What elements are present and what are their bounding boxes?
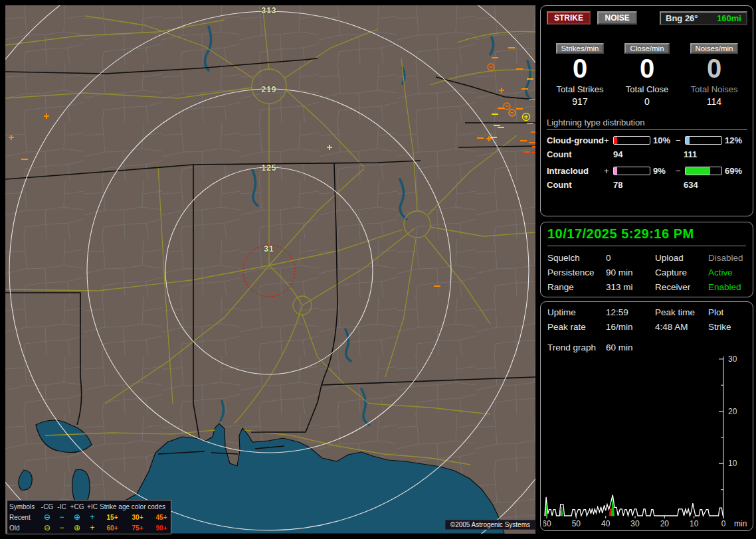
- cg-positive-bar: [613, 136, 650, 145]
- x-tick-label: 50: [572, 519, 581, 528]
- rate-columns: Strikes/min 0 Total Strikes 917 Close/mi…: [547, 42, 747, 107]
- old-pos-cg-icon: ⊕: [69, 524, 85, 531]
- cloud-ground-label: Cloud-ground: [547, 135, 604, 145]
- recent-pos-cg-icon: ⊕: [69, 514, 85, 520]
- symbols-legend: Symbols -CG -IC +CG +IC Strike age color…: [7, 500, 171, 534]
- age-45: 45+: [150, 514, 173, 521]
- ring-label-125: 125: [261, 163, 276, 173]
- upload-label: Upload: [655, 253, 708, 263]
- cg-negative-count: 111: [684, 149, 747, 159]
- uptime-grid: Uptime 12:59 Peak time Plot Peak rate 16…: [547, 307, 746, 332]
- ic-positive-pct: 9%: [650, 166, 676, 176]
- squelch-label: Squelch: [547, 253, 606, 263]
- cloud-ground-count-row: Count 94 111: [547, 149, 747, 159]
- strike-mode-button[interactable]: STRIKE: [547, 11, 591, 25]
- persistence-label: Persistence: [547, 268, 606, 277]
- y-tick-label: 10: [728, 459, 737, 468]
- capture-label: Capture: [655, 268, 708, 277]
- legend-row-old-label: Old: [9, 524, 40, 532]
- noise-mode-button[interactable]: NOISE: [597, 11, 636, 25]
- lightning-map[interactable]: 313 219 125 31 Symbols -CG -IC +CG +IC S…: [5, 5, 535, 534]
- strikes-per-min-column: Strikes/min 0 Total Strikes 917: [547, 42, 613, 107]
- legend-symbols-title: Symbols: [9, 503, 40, 510]
- series-ic-rate: [561, 507, 563, 516]
- noises-per-min-column: Noises/min 0 Total Noises 114: [681, 42, 747, 107]
- noises-per-min-value: 0: [681, 55, 747, 82]
- ic-negative-count: 634: [684, 180, 747, 190]
- series-strike-rate: [545, 495, 723, 516]
- recent-neg-ic-icon: −: [54, 514, 69, 520]
- ring-label-219: 219: [261, 85, 276, 94]
- ic-negative-pct: 69%: [722, 166, 747, 176]
- recent-pos-ic-icon: +: [85, 514, 100, 520]
- cg-negative-pct: 12%: [722, 135, 747, 145]
- count-label: Count: [547, 180, 613, 190]
- legend-col-neg-ic: -IC: [54, 503, 69, 510]
- total-strikes-value: 917: [547, 96, 613, 107]
- strikes-per-min-button[interactable]: Strikes/min: [556, 43, 605, 54]
- intracloud-count-row: Count 78 634: [547, 180, 747, 190]
- rates-panel: STRIKE NOISE Bng 26° 160mi Strikes/min 0…: [540, 5, 753, 216]
- y-tick-label: 30: [728, 354, 737, 364]
- cloud-ground-row: Cloud-ground + 10% − 12%: [547, 135, 747, 145]
- legend-col-neg-cg: -CG: [40, 503, 54, 510]
- peak-time-label: Peak time: [655, 307, 708, 317]
- close-per-min-value: 0: [614, 55, 680, 82]
- range-value: 160mi: [717, 13, 741, 23]
- plot-mode-value: Strike: [708, 322, 746, 332]
- x-tick-label: 20: [660, 519, 670, 528]
- age-60: 60+: [100, 524, 125, 532]
- x-tick-label: 0: [721, 519, 726, 528]
- status-grid: Squelch 0 Upload Disabled Persistence 90…: [547, 253, 746, 292]
- total-close-value: 0: [614, 96, 680, 107]
- noises-per-min-button[interactable]: Noises/min: [690, 43, 739, 54]
- x-tick-label: 40: [601, 519, 611, 528]
- receiver-label: Receiver: [655, 282, 708, 292]
- uptime-label: Uptime: [547, 307, 606, 317]
- intracloud-label: Intracloud: [547, 166, 604, 176]
- squelch-value: 0: [606, 253, 655, 263]
- minus-sign: −: [676, 135, 685, 145]
- date-time-display: 10/17/2025 5:29:16 PM: [547, 226, 746, 246]
- ic-positive-count: 78: [613, 180, 684, 190]
- close-per-min-button[interactable]: Close/min: [624, 43, 669, 54]
- bearing-value: Bng 26°: [666, 13, 698, 23]
- cg-negative-bar: [685, 136, 722, 145]
- y-tick-label: 20: [728, 407, 737, 416]
- x-tick-label: 30: [630, 519, 640, 528]
- ring-label-31: 31: [264, 244, 274, 254]
- plot-label: Plot: [708, 307, 746, 317]
- trend-panel: Uptime 12:59 Peak time Plot Peak rate 16…: [540, 301, 753, 531]
- old-neg-ic-icon: −: [54, 524, 69, 531]
- ic-negative-bar: [685, 167, 722, 175]
- x-tick-label: 10: [690, 519, 699, 528]
- trend-graph-header: Trend graph 60 min: [547, 343, 746, 352]
- total-noises-label: Total Noises: [681, 84, 747, 94]
- ic-positive-bar: [613, 167, 650, 175]
- total-close-label: Total Close: [614, 84, 680, 94]
- plus-sign: +: [604, 135, 613, 145]
- persistence-value: 90 min: [606, 268, 655, 277]
- strikes-per-min-value: 0: [547, 55, 613, 82]
- count-label: Count: [547, 149, 613, 159]
- bearing-range-display[interactable]: Bng 26° 160mi: [660, 11, 747, 25]
- trend-graph: 1020306050403020100min: [543, 352, 751, 528]
- range-label: Range: [547, 282, 606, 292]
- lightning-type-distribution: Lightning type distribution Cloud-ground…: [547, 117, 747, 190]
- legend-row-recent-label: Recent: [9, 514, 40, 521]
- capture-status: Active: [708, 268, 746, 277]
- total-strikes-label: Total Strikes: [547, 84, 613, 94]
- receiver-status: Enabled: [708, 282, 746, 292]
- close-per-min-column: Close/min 0 Total Close 0: [614, 42, 680, 107]
- age-15: 15+: [100, 514, 125, 521]
- plus-sign: +: [604, 166, 613, 176]
- age-30: 30+: [125, 514, 150, 521]
- old-neg-cg-icon: ⊖: [40, 524, 54, 531]
- peak-time-value: 4:48 AM: [655, 322, 708, 332]
- status-panel: 10/17/2025 5:29:16 PM Squelch 0 Upload D…: [540, 222, 753, 297]
- x-tick-label: 60: [543, 519, 551, 528]
- cg-positive-count: 94: [613, 149, 684, 159]
- app-window: { "map": { "land_color": "#6c5f57", "wat…: [0, 0, 756, 539]
- uptime-value: 12:59: [606, 307, 655, 317]
- peak-rate-label: Peak rate: [547, 322, 606, 332]
